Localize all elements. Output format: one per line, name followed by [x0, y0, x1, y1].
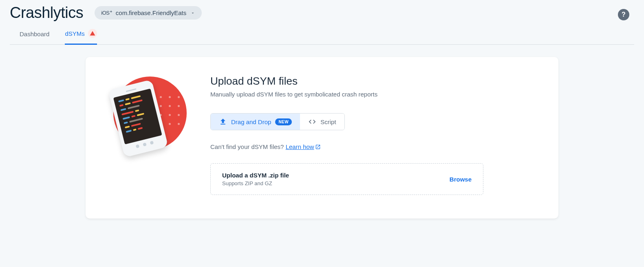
chevron-down-icon — [190, 11, 195, 15]
dropzone[interactable]: Upload a dSYM .zip file Supports ZIP and… — [210, 163, 483, 195]
segment-drag-drop[interactable]: Drag and Drop NEW — [211, 114, 300, 130]
segment-script[interactable]: Script — [300, 114, 344, 130]
upload-card: Upload dSYM files Manually upload dSYM f… — [86, 57, 558, 219]
browse-button[interactable]: Browse — [450, 176, 472, 183]
app-picker[interactable]: iOS+ com.firebase.FriendlyEats — [95, 6, 202, 20]
help-button[interactable]: ? — [618, 9, 629, 20]
new-badge: NEW — [275, 118, 292, 125]
upload-subtitle: Manually upload dSYM files to get symbol… — [210, 91, 535, 98]
warning-icon — [88, 29, 97, 38]
tab-label: Dashboard — [20, 31, 49, 37]
learn-how-link[interactable]: Learn how — [286, 143, 321, 150]
product-title: Crashlytics — [10, 4, 83, 22]
tab-dsyms[interactable]: dSYMs — [65, 29, 97, 45]
platform-ios-icon: iOS+ — [101, 10, 112, 16]
learn-how-hint: Can't find your dSYM files? Learn how — [210, 143, 535, 150]
tabs: Dashboard dSYMs — [10, 22, 634, 45]
app-id-label: com.firebase.FriendlyEats — [116, 9, 186, 16]
external-link-icon — [315, 144, 321, 150]
tab-label: dSYMs — [65, 30, 84, 37]
upload-icon — [219, 118, 227, 126]
segment-label: Script — [320, 118, 336, 125]
hint-text: Can't find your dSYM files? — [210, 143, 286, 150]
dropzone-subtitle: Supports ZIP and GZ — [222, 180, 289, 186]
dropzone-title: Upload a dSYM .zip file — [222, 172, 289, 179]
segment-label: Drag and Drop — [231, 118, 271, 125]
upload-title: Upload dSYM files — [210, 75, 535, 88]
upload-method-toggle: Drag and Drop NEW Script — [210, 113, 345, 130]
illustration — [109, 75, 191, 195]
code-icon — [308, 118, 316, 126]
tab-dashboard[interactable]: Dashboard — [20, 31, 49, 43]
